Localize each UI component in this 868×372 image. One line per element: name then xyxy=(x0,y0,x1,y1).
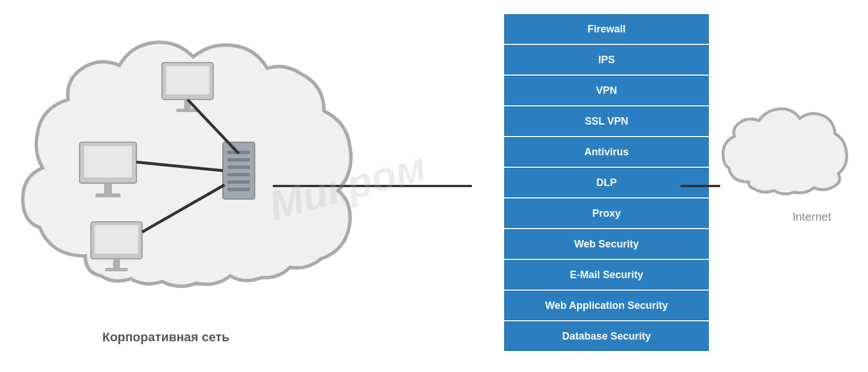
svg-rect-18 xyxy=(227,188,250,191)
svg-rect-16 xyxy=(227,173,250,176)
security-item-ssl-vpn: SSL VPN xyxy=(504,106,709,136)
corporate-label: Корпоративная сеть xyxy=(102,330,229,345)
security-item-email-security: E-Mail Security xyxy=(504,260,709,290)
security-item-antivirus: Antivirus xyxy=(504,137,709,167)
svg-rect-11 xyxy=(105,268,128,271)
security-item-firewall: Firewall xyxy=(504,14,709,44)
security-item-proxy: Proxy xyxy=(504,199,709,228)
security-item-database-security: Database Security xyxy=(504,321,709,351)
svg-rect-6 xyxy=(104,183,112,193)
security-item-ips: IPS xyxy=(504,45,709,75)
connect-line-right xyxy=(680,185,720,187)
security-item-web-security: Web Security xyxy=(504,229,709,259)
svg-rect-10 xyxy=(113,259,120,268)
svg-rect-7 xyxy=(95,193,121,197)
svg-rect-14 xyxy=(227,158,250,162)
security-stack: FirewallIPSVPNSSL VPNAntivirusDLPProxyWe… xyxy=(504,14,709,351)
corporate-cloud xyxy=(17,17,369,319)
internet-label: Internet xyxy=(792,210,831,224)
svg-rect-15 xyxy=(227,166,250,169)
security-item-dlp: DLP xyxy=(504,168,709,197)
security-item-vpn: VPN xyxy=(504,76,709,105)
svg-rect-9 xyxy=(95,225,138,254)
svg-rect-17 xyxy=(227,180,250,184)
internet-cloud xyxy=(720,102,857,205)
svg-rect-1 xyxy=(166,66,209,94)
main-container: Микром xyxy=(0,0,868,372)
svg-rect-5 xyxy=(84,146,132,177)
connect-line-left xyxy=(273,185,472,187)
security-item-web-app-security: Web Application Security xyxy=(504,291,709,320)
